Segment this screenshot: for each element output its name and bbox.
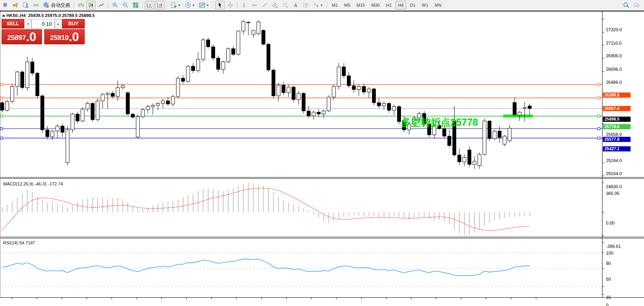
candle-body bbox=[166, 101, 170, 104]
price-axis-tick: 25658.0 bbox=[606, 132, 622, 137]
autotrading-label: 自动交易 bbox=[51, 2, 70, 9]
timeframe-button-h1[interactable]: H1 bbox=[383, 1, 394, 9]
timeframe-button-m5[interactable]: M5 bbox=[341, 1, 353, 9]
candle-body bbox=[71, 114, 74, 130]
candle-body bbox=[96, 101, 100, 120]
timeframe-button-d1[interactable]: D1 bbox=[407, 1, 418, 9]
candle-body bbox=[337, 67, 341, 86]
search-button[interactable] bbox=[621, 1, 631, 9]
candle-body bbox=[302, 93, 305, 111]
turning-point-annotation: 多空转折点25778 bbox=[401, 116, 478, 129]
toolbar-grip[interactable] bbox=[142, 2, 144, 9]
text-icon: A bbox=[292, 2, 299, 8]
candle-body bbox=[372, 89, 376, 103]
chart-line-button[interactable] bbox=[97, 1, 106, 9]
vertical-line-tool-button[interactable] bbox=[239, 1, 249, 9]
auto-scroll-button[interactable] bbox=[145, 1, 154, 9]
timeframe-button-m15[interactable]: M15 bbox=[354, 1, 367, 9]
candle-body bbox=[242, 22, 245, 31]
periods-button[interactable]: ▼ bbox=[183, 1, 197, 9]
templates-button[interactable]: ▼ bbox=[197, 1, 211, 9]
candle-body bbox=[206, 40, 210, 47]
candle-body bbox=[448, 136, 451, 145]
toolbar-grip[interactable] bbox=[212, 2, 214, 9]
timeframe-button-w1[interactable]: W1 bbox=[419, 1, 431, 9]
candle-body bbox=[342, 67, 346, 76]
line-end-marker bbox=[598, 115, 600, 117]
toolbar-grip[interactable] bbox=[326, 2, 328, 9]
text-label-tool-button[interactable]: T bbox=[301, 1, 311, 9]
dropdown-caret: ▼ bbox=[320, 4, 323, 7]
candle-body bbox=[181, 78, 185, 81]
cursor-tool-button[interactable] bbox=[215, 1, 225, 9]
fibonacci-icon: F bbox=[282, 2, 288, 8]
dropdown-caret: ▼ bbox=[206, 4, 209, 7]
trading-terminal: 单 自动交易 bbox=[0, 0, 644, 306]
candle-body bbox=[141, 110, 145, 117]
timeframe-button-m30[interactable]: M30 bbox=[369, 1, 383, 9]
arrows-tool-button[interactable]: ▼ bbox=[311, 1, 325, 9]
crosshair-tool-button[interactable] bbox=[225, 1, 235, 9]
macd-axis-tick: 0.00 bbox=[606, 221, 614, 225]
price-axis-tick: 27110.0 bbox=[606, 41, 621, 45]
candle-body bbox=[493, 131, 496, 139]
trendline-tool-button[interactable] bbox=[260, 1, 269, 9]
candle-body bbox=[222, 62, 225, 69]
tile-windows-icon bbox=[133, 2, 139, 8]
chart-canvas[interactable] bbox=[0, 11, 644, 306]
equidistant-channel-icon: E bbox=[272, 2, 278, 8]
candle-body bbox=[483, 121, 486, 154]
candle-body bbox=[327, 97, 331, 111]
rsi-indicator-label: RSI(14) 54.7187 bbox=[3, 240, 35, 245]
candle-body bbox=[277, 85, 280, 96]
candle-body bbox=[106, 93, 110, 94]
line-end-marker bbox=[0, 115, 3, 117]
candlestick-icon bbox=[88, 2, 94, 8]
zoom-out-button[interactable] bbox=[121, 1, 130, 9]
macd-indicator-label: MACD(12,26,9) -46.31 -172.74 bbox=[3, 181, 63, 186]
indicators-button[interactable]: ▼ bbox=[169, 1, 182, 9]
news-button[interactable] bbox=[31, 1, 41, 9]
chart-shift-icon bbox=[157, 2, 163, 8]
chart-shift-button[interactable] bbox=[155, 1, 165, 9]
alerts-button[interactable] bbox=[11, 1, 20, 9]
arrow-objects-icon bbox=[313, 2, 319, 8]
candle-body bbox=[367, 89, 371, 92]
candle-body bbox=[131, 114, 134, 117]
tile-windows-button[interactable] bbox=[131, 1, 140, 9]
rsi-axis-tick: 50 bbox=[606, 277, 611, 281]
text-tool-button[interactable]: A bbox=[291, 1, 300, 9]
candle-body bbox=[121, 86, 125, 88]
timeframe-buttons: M1M5M15M30H1H4D1W1MN bbox=[329, 1, 445, 9]
candle-body bbox=[0, 103, 4, 110]
autotrading-button[interactable]: 自动交易 bbox=[42, 1, 72, 9]
chart-bars-button[interactable] bbox=[76, 1, 85, 9]
candle-body bbox=[468, 150, 471, 164]
timeframe-button-h4[interactable]: H4 bbox=[395, 1, 406, 9]
line-chart-icon bbox=[98, 2, 104, 8]
price-level-label: 25778.6 bbox=[603, 124, 631, 129]
candle-body bbox=[201, 40, 205, 59]
price-level-label: 25898.5 bbox=[603, 117, 631, 122]
toolbar-grip[interactable] bbox=[73, 2, 75, 9]
line-end-marker bbox=[598, 83, 600, 86]
svg-text:E: E bbox=[276, 6, 278, 8]
line-end-marker bbox=[0, 83, 3, 86]
new-order-button-partial[interactable]: 单 bbox=[0, 1, 10, 9]
timeframe-button-m1[interactable]: M1 bbox=[329, 1, 341, 9]
fibonacci-tool-button[interactable]: F bbox=[280, 1, 290, 9]
timeframe-button-mn[interactable]: MN bbox=[432, 1, 444, 9]
channel-tool-button[interactable]: E bbox=[270, 1, 280, 9]
chat-button[interactable] bbox=[632, 1, 641, 9]
candle-body bbox=[51, 131, 54, 137]
chart-candles-button[interactable] bbox=[86, 1, 96, 9]
price-axis-tick: 26696.0 bbox=[606, 67, 622, 72]
zoom-in-button[interactable] bbox=[110, 1, 120, 9]
trade-request-button[interactable] bbox=[21, 1, 30, 9]
candle-body bbox=[101, 94, 104, 101]
horizontal-line-tool-button[interactable] bbox=[250, 1, 259, 9]
candle-body bbox=[26, 62, 29, 87]
candle-body bbox=[518, 112, 521, 115]
trendline-icon bbox=[261, 2, 268, 8]
candle-body bbox=[252, 30, 255, 34]
